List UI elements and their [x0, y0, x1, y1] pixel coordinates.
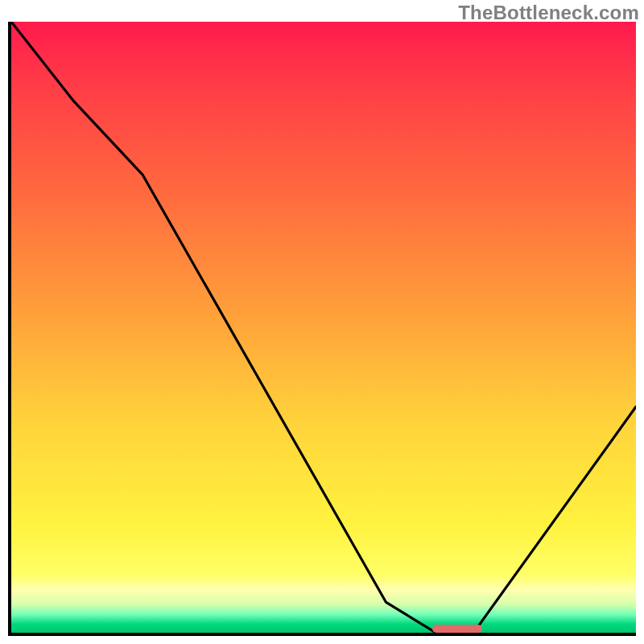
plot-area [8, 22, 636, 636]
optimum-marker [432, 625, 482, 633]
watermark-text: TheBottleneck.com [458, 2, 639, 24]
gradient-background [11, 22, 636, 633]
chart-container: TheBottleneck.com [0, 0, 644, 644]
